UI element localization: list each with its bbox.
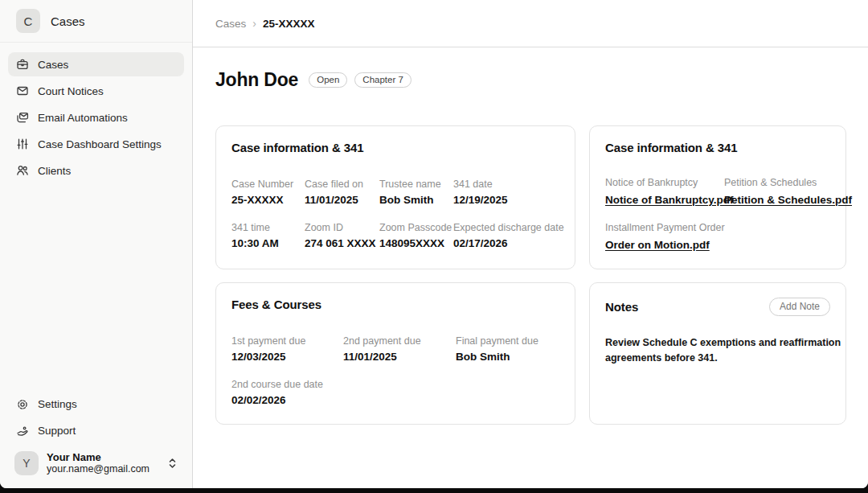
order-on-motion-pdf-link[interactable]: Order on Motion.pdf [605,239,710,251]
notes-header: Notes Add Note [605,298,830,316]
page-title: John Doe [215,69,298,91]
field-value: 02/02/2026 [231,394,343,406]
user-name: Your Name [47,451,149,463]
breadcrumb-cases-link[interactable]: Cases [215,18,246,30]
note-text: Review Schedule C exemptions and reaffir… [605,335,846,367]
field-final-payment-due: Final payment due Bob Smith [456,335,559,363]
field-1st-payment-due: 1st payment due 12/03/2025 [231,335,343,363]
case-documents-card: Case information & 341 Notice of Bankrup… [589,125,846,269]
field-expected-discharge-date: Expected discharge date 02/17/2026 [453,222,564,249]
app-logo-letter: C [24,14,33,28]
main-panel: Cases › 25-XXXXX John Doe Open Chapter 7… [193,0,868,488]
field-zoom-id: Zoom ID 274 061 XXXX [305,222,379,249]
field-value: 274 061 XXXX [305,237,379,249]
field-label: Final payment due [456,335,559,347]
sidebar-item-label: Court Notices [38,85,104,97]
fees-courses-fields: 1st payment due 12/03/2025 2nd payment d… [231,335,559,406]
field-value: 11/01/2025 [343,351,456,363]
field-label: 341 date [453,179,564,190]
topbar: Cases › 25-XXXXX [193,0,868,47]
notes-card: Notes Add Note Review Schedule C exempti… [589,282,846,425]
user-email: your.name@gmail.com [47,463,149,475]
sidebar-item-label: Clients [38,165,71,177]
app-window: C Cases Cases Court Notices Em [0,0,868,488]
field-value: 12/19/2025 [453,194,564,206]
field-value: 148095XXXX [379,237,453,249]
field-label: 1st payment due [231,335,343,347]
petition-schedules-pdf-link[interactable]: Petition & Schedules.pdf [724,194,852,206]
field-label: Expected discharge date [453,222,564,233]
field-petition-schedules: Petition & Schedules Petition & Schedule… [724,177,852,207]
case-info-fields: Case Number 25-XXXXX Case filed on 11/01… [231,179,559,249]
sidebar-item-label: Email Automations [38,112,128,124]
sidebar-header: C Cases [0,0,192,43]
gear-icon [16,398,29,411]
field-341-time: 341 time 10:30 AM [231,222,305,249]
field-label: Zoom Passcode [379,222,453,233]
field-341-date: 341 date 12/19/2025 [453,179,564,206]
breadcrumb-separator-icon: › [252,17,256,30]
field-label: Zoom ID [305,222,379,233]
app-logo: C [16,9,40,33]
sidebar-item-label: Support [38,425,76,437]
field-label: Notice of Bankruptcy [605,177,724,188]
window-bottom-edge [0,488,868,493]
sidebar-item-settings[interactable]: Settings [8,392,184,417]
field-installment-payment-order: Installment Payment Order Order on Motio… [605,222,724,252]
sidebar-item-email-automations[interactable]: Email Automations [8,105,184,129]
field-value: Bob Smith [456,351,559,363]
case-documents-fields: Notice of Bankruptcy Notice of Bankruptc… [605,177,830,252]
case-info-card: Case information & 341 Case Number 25-XX… [215,125,575,269]
sidebar-item-cases[interactable]: Cases [8,52,184,76]
sidebar-item-label: Case Dashboard Settings [38,138,162,150]
field-2nd-course-due-date: 2nd course due date 02/02/2026 [231,379,343,406]
field-label: 2nd course due date [231,379,343,390]
chevron-up-down-icon[interactable] [167,458,178,469]
sidebar-item-support[interactable]: Support [8,419,184,443]
sidebar-item-label: Cases [38,59,68,71]
field-label: Installment Payment Order [605,222,724,233]
case-content: John Doe Open Chapter 7 Case information… [193,47,868,425]
case-info-card-title: Case information & 341 [231,141,559,154]
chapter-badge: Chapter 7 [354,72,411,88]
field-value: 25-XXXXX [231,194,305,206]
support-icon [16,425,29,438]
fees-courses-card: Fees & Courses 1st payment due 12/03/202… [215,282,575,425]
field-case-number: Case Number 25-XXXXX [231,179,305,206]
field-value: 12/03/2025 [231,351,343,363]
sidebar-item-case-dashboard-settings[interactable]: Case Dashboard Settings [8,132,184,156]
breadcrumb-current-case: 25-XXXXX [263,18,315,30]
field-trustee-name: Trustee name Bob Smith [379,179,453,206]
sidebar-footer: Settings Support Y Your Name your.name@g… [0,392,192,488]
user-menu[interactable]: Y Your Name your.name@gmail.com [8,446,184,483]
status-badge-open: Open [309,72,347,88]
app-title: Cases [51,14,85,28]
cards-grid: Case information & 341 Case Number 25-XX… [215,125,846,425]
field-value: 02/17/2026 [453,237,564,249]
sidebar-item-court-notices[interactable]: Court Notices [8,79,184,103]
add-note-button[interactable]: Add Note [769,298,830,316]
field-case-filed-on: Case filed on 11/01/2025 [305,179,379,206]
field-value: 11/01/2025 [305,194,379,206]
user-meta: Your Name your.name@gmail.com [47,451,149,475]
field-label: Petition & Schedules [724,177,852,188]
field-label: 341 time [231,222,305,233]
people-icon [16,164,29,177]
email-automation-icon [16,111,29,124]
fees-courses-card-title: Fees & Courses [231,298,559,311]
briefcase-icon [16,58,29,71]
case-documents-card-title: Case information & 341 [605,141,830,154]
field-label: Case filed on [305,179,379,190]
field-2nd-payment-due: 2nd payment due 11/01/2025 [343,335,456,363]
breadcrumb: Cases › 25-XXXXX [215,17,314,30]
field-notice-of-bankruptcy: Notice of Bankruptcy Notice of Bankruptc… [605,177,724,207]
sidebar-item-clients[interactable]: Clients [8,158,184,183]
notes-card-title: Notes [605,300,638,314]
field-zoom-passcode: Zoom Passcode 148095XXXX [379,222,453,249]
page-header: John Doe Open Chapter 7 [215,68,846,91]
field-value: Bob Smith [379,194,453,206]
avatar-letter: Y [23,457,30,470]
field-label: Trustee name [379,179,453,190]
notice-of-bankruptcy-pdf-link[interactable]: Notice of Bankruptcy.pdf [605,194,734,206]
sidebar: C Cases Cases Court Notices Em [0,0,193,488]
